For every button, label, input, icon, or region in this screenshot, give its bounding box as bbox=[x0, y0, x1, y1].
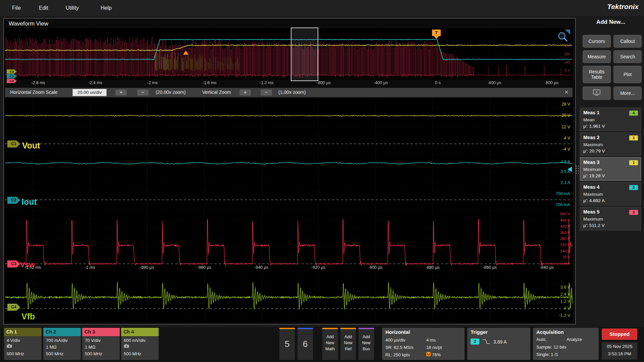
zoom-time-label: -880 µs bbox=[418, 265, 448, 270]
measurement-source-badge: 1 bbox=[629, 160, 638, 165]
datetime-display: 05 Nov 2025 3:53:16 PM bbox=[602, 342, 637, 360]
v-zoom-out-button[interactable]: − bbox=[261, 89, 272, 96]
trigger-slope-icon bbox=[482, 339, 491, 346]
channel-termination: 1 MΩ bbox=[85, 345, 95, 350]
add-new-cursors-button[interactable]: Cursors bbox=[583, 35, 611, 48]
add-new-search-button[interactable]: Search bbox=[613, 50, 642, 63]
button-label-line: New bbox=[359, 341, 374, 345]
button-color-stripe bbox=[359, 328, 374, 329]
add-new-more--button[interactable]: More... bbox=[613, 86, 642, 100]
add-new-plot-button[interactable]: Plot bbox=[613, 66, 642, 83]
measurement-value: µ': 20.79 V bbox=[583, 148, 605, 154]
add-new-results-table-button[interactable]: Results Table bbox=[583, 66, 611, 83]
scale-label-c2: 2.1 A bbox=[541, 180, 570, 185]
channel-scale: 4 V/div bbox=[7, 338, 20, 343]
zoom-scale-bar: Horizontal Zoom Scale 20.00 us/div + − (… bbox=[5, 88, 573, 97]
scale-label-c2: 700 mA bbox=[541, 191, 570, 196]
channel-bandwidth: 500 MHz bbox=[7, 351, 24, 356]
menu-item-utility[interactable]: Utility bbox=[66, 0, 79, 16]
scale-label-c1: 12 V bbox=[541, 125, 570, 129]
overview-time-label: -1.2 ms bbox=[252, 80, 282, 85]
channel-settings-badge-ch4[interactable]: Ch 4600 mV/div500 MHz bbox=[121, 328, 159, 360]
channel-scale: 600 mV/div bbox=[124, 338, 146, 343]
scale-label-c3: 0 V bbox=[541, 261, 570, 265]
overview-time-label: 0 s bbox=[423, 80, 453, 85]
zoom-time-label: -900 µs bbox=[360, 265, 390, 270]
zoom-selection-box[interactable] bbox=[291, 27, 318, 81]
channel-number-label: 5 bbox=[279, 329, 295, 360]
trigger-level-value: 3.89 A bbox=[493, 339, 507, 345]
tektronix-logo: Tektronix bbox=[607, 3, 639, 11]
menu-item-edit[interactable]: Edit bbox=[39, 0, 48, 16]
scale-label-c3: 280 V bbox=[541, 237, 570, 241]
channel-bandwidth: 500 MHz bbox=[85, 351, 102, 356]
acquisition-single: Single: 1 /1 bbox=[536, 352, 558, 357]
menu-item-help[interactable]: Help bbox=[101, 0, 112, 16]
trigger-source-badge: 2 bbox=[471, 339, 479, 345]
add-new-math-button[interactable]: AddNewMath bbox=[322, 328, 338, 360]
zoom-time-label: -960 µs bbox=[189, 265, 219, 270]
measurement-value: µ': 4.692 A bbox=[583, 198, 605, 203]
trigger-title: Trigger bbox=[471, 329, 488, 335]
horizontal-settings-panel[interactable]: Horizontal 400 µs/div 4 ms SR: 62.5 MS/s… bbox=[382, 328, 465, 360]
channel-settings-badge-ch3[interactable]: Ch 370 V/div1 MΩ500 MHz bbox=[82, 328, 120, 360]
channel-name-label-iout: Iout bbox=[21, 197, 37, 207]
channel-bandwidth: 500 MHz bbox=[46, 351, 63, 356]
measurement-stat: Maximum bbox=[583, 192, 603, 197]
h-zoom-in-button[interactable]: + bbox=[115, 89, 127, 96]
vertical-zoom-label: Vertical Zoom bbox=[202, 89, 231, 95]
measurement-card-2[interactable]: Meas 21Maximumµ': 20.79 V bbox=[580, 132, 641, 156]
horizontal-zoom-scale-value[interactable]: 20.00 us/div bbox=[72, 89, 107, 96]
trigger-settings-panel[interactable]: Trigger 2 3.89 A bbox=[467, 328, 530, 360]
screen-capture-icon bbox=[593, 89, 601, 97]
channel-number-label: 6 bbox=[298, 329, 313, 360]
scale-label-c3: 350 V bbox=[541, 231, 570, 235]
zoom-close-button[interactable]: ✕ bbox=[564, 89, 569, 95]
measurement-source-badge: 2 bbox=[629, 185, 638, 190]
channel-6-button[interactable]: 6 bbox=[298, 328, 313, 360]
overview-waveform-canvas[interactable] bbox=[5, 28, 573, 80]
trigger-position-flag[interactable]: T bbox=[432, 29, 441, 36]
scale-label-c3: 420 V bbox=[541, 224, 570, 228]
zoom-overview-icon[interactable] bbox=[556, 29, 571, 44]
button-label-line: Add bbox=[340, 335, 356, 339]
scale-label-c4: 2.4 V bbox=[541, 292, 570, 297]
measurement-stat: Maximum bbox=[583, 142, 603, 147]
channel-settings-badge-ch1[interactable]: Ch 14 V/div500 MHz bbox=[4, 328, 42, 360]
measurement-card-3[interactable]: Meas 31Minimumµ': 19.28 V bbox=[580, 157, 641, 181]
v-zoom-in-button[interactable]: + bbox=[239, 89, 251, 96]
screen-capture-button[interactable] bbox=[583, 86, 611, 100]
channel-5-button[interactable]: 5 bbox=[279, 328, 295, 360]
add-new-bus-button[interactable]: AddNewBus bbox=[359, 328, 374, 360]
drag-handle[interactable] bbox=[575, 165, 579, 174]
scale-label-c3: 210 V bbox=[541, 243, 570, 247]
scale-label-c3: 140 V bbox=[541, 249, 570, 253]
h-zoom-out-button[interactable]: − bbox=[137, 89, 149, 96]
measurement-card-5[interactable]: Meas 53Maximumµ': 511.2 V bbox=[580, 207, 641, 230]
overview-time-label: 400 µs bbox=[480, 80, 510, 85]
add-new-measure-button[interactable]: Measure bbox=[583, 50, 611, 63]
zoom-waveform-canvas[interactable] bbox=[5, 98, 573, 322]
acquisition-title: Acquisition bbox=[536, 329, 564, 335]
measurement-card-4[interactable]: Meas 42Maximumµ': 4.692 A bbox=[580, 182, 641, 205]
probe-icon bbox=[7, 344, 12, 349]
menu-item-file[interactable]: File bbox=[12, 0, 21, 16]
overview-scale-label: 280 bbox=[542, 52, 570, 56]
measurement-value: µ': 19.28 V bbox=[583, 173, 605, 178]
scale-label-c1: 20 V bbox=[541, 113, 570, 118]
add-new-callout-button[interactable]: Callout bbox=[613, 35, 642, 48]
acquisition-settings-panel[interactable]: Acquisition Auto, Analyze Sample: 12 bit… bbox=[533, 328, 599, 360]
channel-settings-badge-ch2[interactable]: Ch 2700 mA/div1 MΩ500 MHz bbox=[43, 328, 81, 360]
button-color-stripe bbox=[340, 328, 356, 329]
sample-rate: SR: 62.5 MS/s bbox=[385, 345, 414, 350]
overview-scale-label: 0 V bbox=[542, 68, 570, 72]
zoom-time-label: -860 µs bbox=[475, 265, 505, 270]
measurement-card-1[interactable]: Meas 14Meanµ': 1.961 V bbox=[580, 108, 641, 131]
button-label-line: Math bbox=[322, 347, 338, 351]
run-stop-status-button[interactable]: Stopped bbox=[602, 328, 637, 340]
horizontal-scale: 400 µs/div bbox=[385, 338, 406, 343]
zoom-time-label: -840 µs bbox=[532, 265, 562, 270]
scale-label-c3: 490 V bbox=[541, 218, 570, 222]
add-new-ref-button[interactable]: AddNewRef bbox=[340, 328, 356, 360]
sample-resolution: 16 ns/pt bbox=[426, 345, 442, 350]
